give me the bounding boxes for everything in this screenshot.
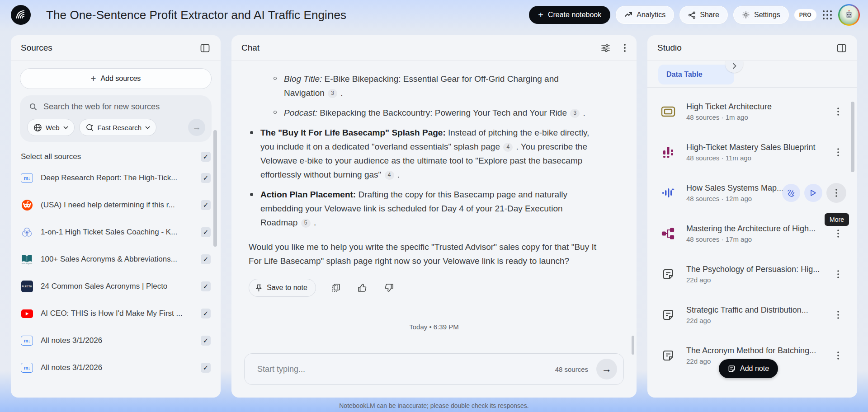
more-menu-button[interactable] — [835, 227, 842, 240]
source-row[interactable]: PLECTO24 Common Sales Acronyms | Plecto✓ — [11, 273, 221, 300]
citation-chip[interactable]: 5 — [301, 219, 311, 228]
sources-scrollbar[interactable] — [213, 130, 217, 247]
share-button[interactable]: Share — [679, 6, 728, 24]
citation-chip[interactable]: 4 — [503, 143, 513, 152]
chat-settings-sliders-icon[interactable] — [599, 42, 612, 54]
chat-input-box: 48 sources → — [244, 353, 624, 385]
studio-item-row[interactable]: How Sales Systems Map... 48 sources · 12… — [647, 173, 857, 213]
sources-panel: Sources + Add sources Web — [11, 35, 221, 398]
more-menu-button[interactable] — [835, 105, 842, 118]
source-row[interactable]: AI CEO: THIS is How I'd Make My First ..… — [11, 300, 221, 327]
more-menu-button[interactable] — [835, 349, 842, 362]
more-menu-button[interactable] — [826, 183, 846, 203]
chat-text-input[interactable] — [257, 365, 555, 374]
chevron-down-icon — [63, 126, 68, 129]
bullet-marker — [250, 131, 253, 134]
source-title: 1-on-1 High Ticket Sales Coaching - K... — [41, 228, 193, 237]
more-menu-button[interactable] — [835, 267, 842, 281]
pin-icon — [255, 284, 262, 292]
search-sparkle-icon — [85, 123, 94, 132]
more-menu-button[interactable] — [835, 308, 842, 322]
markdown-icon: m↓ — [21, 173, 33, 183]
source-checkbox[interactable]: ✓ — [201, 363, 211, 373]
search-input[interactable] — [43, 102, 205, 112]
more-menu-button[interactable] — [835, 145, 842, 159]
add-sources-button[interactable]: + Add sources — [20, 68, 212, 89]
citation-chip[interactable]: 4 — [385, 171, 394, 180]
collapse-panel-icon[interactable] — [198, 42, 212, 54]
source-row[interactable]: Sales Playbook100+ Sales Acronyms & Abbr… — [11, 246, 221, 273]
audio-icon — [661, 186, 675, 200]
flow-icon — [661, 227, 675, 240]
source-row[interactable]: m↓Deep Research Report: The High-Tick...… — [11, 164, 221, 192]
source-row[interactable]: (USA) I need help determining if this r.… — [11, 192, 221, 219]
settings-button[interactable]: Settings — [733, 6, 789, 24]
add-note-button[interactable]: Add note — [719, 359, 778, 378]
apps-grid-icon[interactable] — [822, 9, 833, 20]
copy-icon[interactable] — [330, 281, 342, 294]
source-checkbox[interactable]: ✓ — [201, 281, 211, 291]
arrow-right-icon: → — [602, 363, 612, 375]
collapse-panel-icon[interactable] — [835, 42, 848, 54]
studio-item-meta: 22d ago — [686, 276, 828, 284]
play-icon — [810, 189, 816, 197]
save-to-note-button[interactable]: Save to note — [249, 279, 316, 297]
select-all-checkbox[interactable]: ✓ — [201, 152, 211, 162]
sources-panel-title: Sources — [21, 43, 52, 53]
web-search-card: Web Fast Research → — [20, 95, 212, 142]
notebooklm-logo-icon[interactable] — [11, 5, 31, 25]
source-row[interactable]: 1-on-1 High Ticket Sales Coaching - K...… — [11, 219, 221, 246]
studio-item-row[interactable]: High-Ticket Mastery Sales Blueprint 48 s… — [647, 132, 857, 173]
play-audio-button[interactable] — [804, 184, 822, 202]
svg-text:Sales Playbook: Sales Playbook — [22, 263, 33, 265]
studio-item-title: High Ticket Architecture — [686, 102, 828, 112]
source-checkbox[interactable]: ✓ — [201, 200, 211, 210]
web-filter-chip[interactable]: Web — [27, 119, 75, 136]
studio-item-meta: 48 sources · 11m ago — [686, 154, 828, 162]
source-checkbox[interactable]: ✓ — [201, 173, 211, 183]
book-icon: Sales Playbook — [21, 254, 33, 265]
markdown-icon: m↓ — [21, 363, 33, 373]
thumbs-down-icon[interactable] — [382, 281, 396, 294]
fast-research-chip[interactable]: Fast Research — [79, 119, 157, 136]
interactive-mode-button[interactable] — [782, 184, 800, 202]
studio-output-strip: Data Table — [647, 61, 857, 87]
trending-up-icon — [624, 11, 632, 19]
globe-icon — [33, 123, 42, 132]
thumbs-up-icon[interactable] — [356, 281, 369, 294]
chart-icon — [661, 146, 675, 159]
studio-item-row[interactable]: Strategic Traffic and Distribution... 22… — [647, 295, 857, 335]
studio-item-row[interactable]: The Psychology of Persuasion: Hig... 22d… — [647, 254, 857, 295]
note-icon — [728, 365, 736, 373]
citation-chip[interactable]: 3 — [570, 109, 580, 118]
source-checkbox[interactable]: ✓ — [201, 336, 211, 346]
source-title: 24 Common Sales Acronyms | Plecto — [41, 282, 193, 291]
bullet-marker — [250, 193, 253, 196]
data-table-chip[interactable]: Data Table — [658, 65, 734, 84]
chevron-down-icon — [145, 126, 150, 129]
studio-item-title: The Acronym Method for Batching... — [686, 346, 828, 356]
chat-scrollbar[interactable] — [632, 336, 634, 355]
divider — [11, 61, 221, 61]
send-button[interactable]: → — [596, 359, 617, 379]
studio-panel-title: Studio — [657, 43, 682, 53]
source-checkbox[interactable]: ✓ — [201, 254, 211, 264]
citation-chip[interactable]: 3 — [328, 89, 337, 98]
source-checkbox[interactable]: ✓ — [201, 309, 211, 318]
chat-text-run: . — [311, 218, 316, 227]
search-submit-button[interactable]: → — [188, 119, 205, 136]
app-header: The One-Sentence Profit Extractor and AI… — [0, 0, 868, 30]
studio-item-row[interactable]: High Ticket Architecture 48 sources · 1m… — [647, 91, 857, 132]
chat-bullet: Action Plan Placement: Drafting the copy… — [249, 187, 599, 229]
source-row[interactable]: m↓All notes 3/1/2026✓ — [11, 354, 221, 381]
source-row[interactable]: m↓All notes 3/1/2026✓ — [11, 327, 221, 354]
create-notebook-button[interactable]: + Create notebook — [529, 6, 610, 24]
chat-bullet: Podcast: Bikepacking the Backcountry: Po… — [272, 106, 599, 120]
chat-text-run: . — [395, 170, 400, 179]
studio-scrollbar[interactable] — [851, 102, 854, 172]
account-avatar[interactable] — [838, 4, 860, 26]
chat-message: Blog Title: E-Bike Bikepacking: Essentia… — [231, 61, 637, 268]
chat-more-menu-icon[interactable] — [622, 42, 627, 54]
analytics-button[interactable]: Analytics — [616, 6, 674, 24]
source-checkbox[interactable]: ✓ — [201, 227, 211, 237]
